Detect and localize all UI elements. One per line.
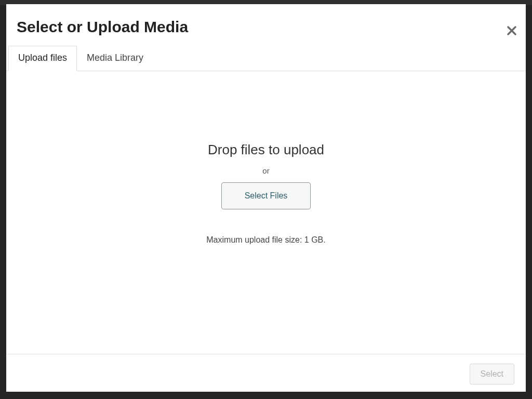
tab-media-library[interactable]: Media Library: [77, 46, 153, 71]
or-text: or: [262, 166, 269, 175]
select-files-button[interactable]: Select Files: [221, 182, 311, 209]
max-upload-size: Maximum upload file size: 1 GB.: [206, 235, 325, 245]
drop-heading: Drop files to upload: [208, 142, 324, 158]
modal-footer: Select: [6, 354, 526, 392]
modal-title: Select or Upload Media: [17, 18, 515, 36]
tab-upload-files[interactable]: Upload files: [8, 46, 77, 71]
modal-header: Select or Upload Media: [6, 4, 526, 46]
close-icon[interactable]: [505, 24, 518, 39]
tabs-bar: Upload files Media Library: [6, 46, 526, 71]
media-upload-modal: Select or Upload Media Upload files Medi…: [6, 4, 526, 392]
upload-dropzone[interactable]: Drop files to upload or Select Files Max…: [6, 71, 526, 354]
select-button[interactable]: Select: [470, 364, 514, 384]
